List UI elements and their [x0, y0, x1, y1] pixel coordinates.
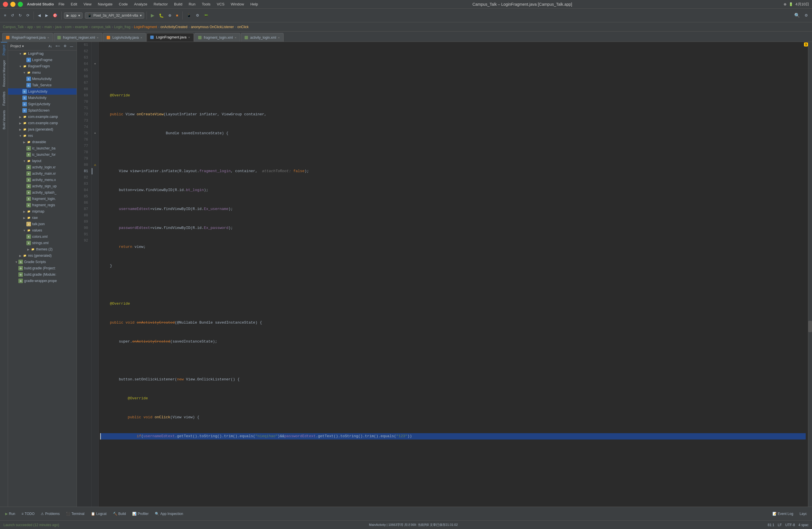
maximize-button[interactable]: [18, 2, 23, 7]
bottom-tab-app-inspection[interactable]: 🔍 App Inspection: [152, 511, 186, 517]
tab-close[interactable]: ×: [141, 36, 142, 39]
tree-item-loginactivity[interactable]: C LoginActivity: [8, 88, 76, 95]
menu-view[interactable]: View: [81, 1, 94, 7]
app-config-dropdown[interactable]: ▶ app ▾: [64, 12, 83, 19]
gutter-80[interactable]: ⚠: [92, 162, 98, 168]
menu-file[interactable]: File: [56, 1, 67, 7]
tree-item-layout[interactable]: ▼ 📁 layout: [8, 158, 76, 164]
tree-item-talk-json[interactable]: J talk.json: [8, 221, 76, 227]
tree-item-res[interactable]: ▼ 📁 res: [8, 132, 76, 139]
tree-item-menu[interactable]: ▼ 📁 menu: [8, 69, 76, 76]
tree-item-java-gen[interactable]: ▶ 📁 java (generated): [8, 126, 76, 132]
tree-item-activity-menu-x[interactable]: X activity_menu.x: [8, 177, 76, 183]
tab-close[interactable]: ×: [47, 36, 49, 39]
build-variants-tab[interactable]: Build Variants: [1, 108, 7, 132]
sync-btn[interactable]: ⟳: [25, 12, 31, 19]
tree-item-build-gradle-mod[interactable]: G build.gradle (Module:: [8, 271, 76, 278]
tree-item-build-gradle-proj[interactable]: G build.gradle (Project:: [8, 265, 76, 271]
tree-item-ic-launcher-for[interactable]: X ic_launcher_for: [8, 152, 76, 158]
tab-close[interactable]: ×: [278, 36, 279, 39]
tree-item-mipmap[interactable]: ▶ 📁 mipmap: [8, 208, 76, 215]
tree-item-signupactivity[interactable]: C SignUpActivity: [8, 101, 76, 107]
tree-item-values[interactable]: ▼ 📁 values: [8, 227, 76, 233]
tree-item-mainactivity[interactable]: C MainActivity: [8, 95, 76, 101]
breadcrumb-java[interactable]: java: [55, 25, 62, 29]
indent-status[interactable]: 4 spac: [799, 523, 809, 527]
bottom-tab-profiler[interactable]: 📊 Profiler: [129, 511, 151, 517]
tree-item-activity-main-xr[interactable]: X activity_main.xr: [8, 170, 76, 177]
tree-item-raw[interactable]: ▶ 📁 raw: [8, 215, 76, 221]
tab-regiser-fragment[interactable]: RegiserFragment.java ×: [2, 33, 53, 42]
sdk-btn[interactable]: ⚙: [194, 12, 201, 19]
tree-item-ic-launcher-ba[interactable]: X ic_launcher_ba: [8, 145, 76, 152]
bottom-tab-terminal[interactable]: ⬛ Terminal: [63, 511, 87, 517]
project-icon-btn[interactable]: ≡: [2, 12, 8, 19]
bottom-tab-problems[interactable]: ⚠ Problems: [38, 511, 62, 517]
line-sep-status[interactable]: LF: [778, 523, 782, 527]
tree-expand[interactable]: ⚙: [62, 44, 68, 48]
tree-item-activity-login-xr[interactable]: X activity_login.xr: [8, 164, 76, 170]
minimize-button[interactable]: [10, 2, 15, 7]
bottom-tab-logcat[interactable]: 📋 Logcat: [88, 511, 110, 517]
bottom-tab-run[interactable]: ▶ Run: [2, 511, 18, 517]
tab-fragment-regiser[interactable]: fragment_regiser.xml ×: [54, 33, 102, 42]
tab-login-fragment[interactable]: LoginFragment.java ×: [146, 33, 194, 42]
menu-analyze[interactable]: Analyze: [131, 1, 150, 7]
breadcrumb-onactivitycreated[interactable]: onActivityCreated: [161, 25, 188, 29]
forward-btn[interactable]: ▶: [44, 12, 50, 19]
menu-help[interactable]: Help: [247, 1, 261, 7]
tab-login-activity[interactable]: LoginActivity.java ×: [103, 33, 146, 42]
breadcrumb-campus-talk2[interactable]: campus_talk: [91, 25, 111, 29]
code-content[interactable]: @Override public View onCreateView(Layou…: [99, 42, 808, 506]
menu-navigate[interactable]: Navigate: [95, 1, 115, 7]
debug-btn[interactable]: 🐛: [157, 12, 165, 19]
tab-activity-login[interactable]: activity_login.xml ×: [241, 33, 284, 42]
device-dropdown[interactable]: 📱 Pixel_3a_API_32_arm64-v8a ▾: [85, 12, 144, 19]
scrollbar-thumb[interactable]: [808, 321, 812, 332]
gutter-64[interactable]: ●: [92, 61, 98, 67]
menu-window[interactable]: Window: [228, 1, 247, 7]
breadcrumb-loginfragment[interactable]: LoginFragment: [134, 25, 157, 29]
breadcrumb-app[interactable]: app: [27, 25, 33, 29]
tree-collapse[interactable]: ⟵: [55, 44, 61, 48]
tree-item-com1[interactable]: ▶ 📁 com.example.camp: [8, 114, 76, 120]
stop-btn[interactable]: ■: [174, 12, 180, 19]
resource-manager-tab[interactable]: Resource Manager: [1, 58, 7, 89]
tab-close[interactable]: ×: [188, 35, 190, 39]
back-btn[interactable]: ◀: [36, 12, 42, 19]
tab-close[interactable]: ×: [234, 36, 236, 39]
breadcrumb-anon[interactable]: anonymous OnClickListener: [191, 25, 234, 29]
settings-btn[interactable]: ⚙: [803, 12, 810, 19]
close-button[interactable]: [3, 2, 8, 7]
line-col-status[interactable]: 81:1: [768, 523, 774, 527]
app-name-menu[interactable]: Android Studio: [27, 2, 54, 6]
tree-item-colors-xml[interactable]: X colors.xml: [8, 233, 76, 240]
tree-item-fragment-login[interactable]: X fragment_login.: [8, 196, 76, 202]
run-btn[interactable]: ▶: [149, 12, 156, 19]
menu-refactor[interactable]: Refactor: [151, 1, 171, 7]
tree-item-strings-xml[interactable]: X strings.xml: [8, 240, 76, 246]
tree-item-regiserfragm[interactable]: ▼ 📁 RegiserFragm: [8, 63, 76, 69]
bottom-tab-todo[interactable]: ≡ TODO: [19, 511, 37, 517]
breadcrumb-com[interactable]: com: [65, 25, 72, 29]
tree-item-talkservice[interactable]: C Talk_Service: [8, 82, 76, 88]
device-manager-btn[interactable]: 📟: [202, 12, 210, 19]
redo-btn[interactable]: ↻: [17, 12, 24, 19]
tree-item-activity-splash[interactable]: X activity_splash_: [8, 189, 76, 196]
gutter-75[interactable]: ●: [92, 130, 98, 137]
bottom-tab-build[interactable]: 🔨 Build: [110, 511, 129, 517]
tree-settings[interactable]: A↓: [47, 44, 53, 48]
tree-item-loginfragme[interactable]: C LoginFragme: [8, 57, 76, 63]
menu-edit[interactable]: Edit: [68, 1, 80, 7]
menu-code[interactable]: Code: [116, 1, 131, 7]
tree-item-splashscreen[interactable]: C SplashScreen: [8, 107, 76, 114]
bottom-tab-event-log[interactable]: 📝 Event Log: [770, 511, 796, 517]
menu-tools[interactable]: Tools: [199, 1, 213, 7]
breadcrumb-main[interactable]: main: [44, 25, 52, 29]
project-tab[interactable]: Project: [1, 42, 7, 58]
target-btn[interactable]: 🎯: [51, 12, 59, 19]
tree-item-loginfrag[interactable]: ▼ 📁 LoginFrag: [8, 51, 76, 57]
tree-item-drawable[interactable]: ▶ 📁 drawable: [8, 139, 76, 145]
tree-item-fragment-regis[interactable]: X fragment_regis: [8, 202, 76, 208]
code-area[interactable]: 61 62 63 64 65 66 67 68 69 70 71 72 73 7…: [77, 42, 812, 506]
